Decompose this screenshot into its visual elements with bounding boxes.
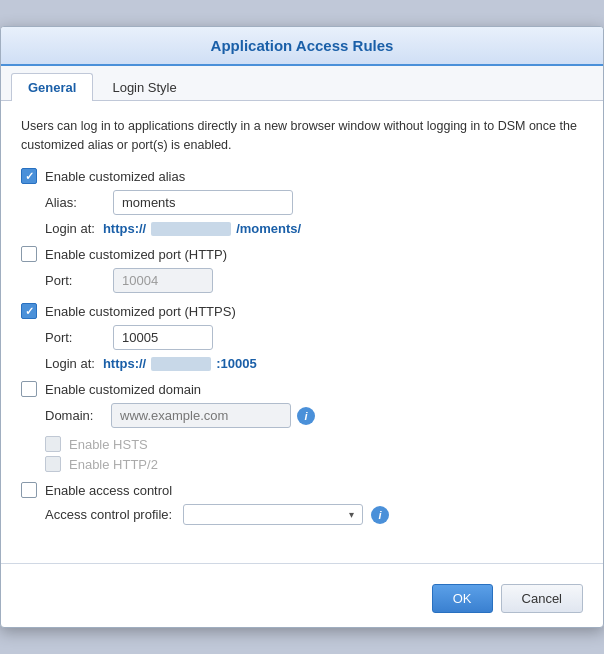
alias-checkbox[interactable]	[21, 168, 37, 184]
https-login-link-suffix[interactable]: :10005	[216, 356, 256, 371]
http-port-section: Enable customized port (HTTP) Port:	[21, 246, 583, 293]
hsts-checkbox	[45, 436, 61, 452]
tab-general[interactable]: General	[11, 73, 93, 101]
domain-info-icon[interactable]: i	[297, 407, 315, 425]
cancel-button[interactable]: Cancel	[501, 584, 583, 613]
alias-login-at-label: Login at:	[45, 221, 95, 236]
description-text: Users can log in to applications directl…	[21, 117, 583, 155]
https-login-at-label: Login at:	[45, 356, 95, 371]
https-port-input[interactable]	[113, 325, 213, 350]
http2-label: Enable HTTP/2	[69, 457, 158, 472]
https-port-checkbox-row: Enable customized port (HTTPS)	[21, 303, 583, 319]
access-control-info-icon[interactable]: i	[371, 506, 389, 524]
https-port-label[interactable]: Enable customized port (HTTPS)	[45, 304, 236, 319]
hsts-checkbox-row: Enable HSTS	[45, 436, 583, 452]
domain-input[interactable]	[111, 403, 291, 428]
https-port-section: Enable customized port (HTTPS) Port: Log…	[21, 303, 583, 371]
footer-divider	[1, 563, 603, 564]
http2-checkbox	[45, 456, 61, 472]
alias-input[interactable]	[113, 190, 293, 215]
alias-checkbox-row: Enable customized alias	[21, 168, 583, 184]
alias-login-link-suffix[interactable]: /moments/	[236, 221, 301, 236]
dropdown-arrow-icon: ▾	[349, 509, 354, 520]
tab-bar: General Login Style	[1, 66, 603, 101]
access-control-checkbox[interactable]	[21, 482, 37, 498]
tab-content-general: Users can log in to applications directl…	[1, 101, 603, 552]
http-port-field-row: Port:	[45, 268, 583, 293]
access-control-section: Enable access control Access control pro…	[21, 482, 583, 525]
https-port-field-label: Port:	[45, 330, 105, 345]
domain-checkbox-label[interactable]: Enable customized domain	[45, 382, 201, 397]
https-port-field-row: Port:	[45, 325, 583, 350]
domain-section: Enable customized domain Domain: i Enabl…	[21, 381, 583, 472]
https-redacted	[151, 357, 211, 371]
http-port-label[interactable]: Enable customized port (HTTP)	[45, 247, 227, 262]
hsts-label: Enable HSTS	[69, 437, 148, 452]
alias-label: Alias:	[45, 195, 105, 210]
domain-field-row: Domain: i	[45, 403, 583, 428]
domain-checkbox[interactable]	[21, 381, 37, 397]
domain-checkbox-row: Enable customized domain	[21, 381, 583, 397]
http-port-field-label: Port:	[45, 273, 105, 288]
dialog-footer: OK Cancel	[1, 574, 603, 627]
http-port-checkbox-row: Enable customized port (HTTP)	[21, 246, 583, 262]
access-control-checkbox-row: Enable access control	[21, 482, 583, 498]
alias-field-row: Alias:	[45, 190, 583, 215]
http2-checkbox-row: Enable HTTP/2	[45, 456, 583, 472]
tab-login-style[interactable]: Login Style	[95, 73, 193, 101]
alias-login-link-prefix[interactable]: https://	[103, 221, 146, 236]
alias-section: Enable customized alias Alias: Login at:…	[21, 168, 583, 236]
http-port-input[interactable]	[113, 268, 213, 293]
profile-label: Access control profile:	[45, 507, 175, 522]
http-port-checkbox[interactable]	[21, 246, 37, 262]
https-login-link-prefix[interactable]: https://	[103, 356, 146, 371]
access-control-label[interactable]: Enable access control	[45, 483, 172, 498]
access-control-profile-dropdown[interactable]: ▾	[183, 504, 363, 525]
alias-checkbox-label[interactable]: Enable customized alias	[45, 169, 185, 184]
dialog-title: Application Access Rules	[1, 27, 603, 66]
alias-login-at-row: Login at: https:///moments/	[45, 221, 583, 236]
ok-button[interactable]: OK	[432, 584, 493, 613]
application-access-rules-dialog: Application Access Rules General Login S…	[0, 26, 604, 629]
https-login-at-row: Login at: https://:10005	[45, 356, 583, 371]
domain-label: Domain:	[45, 408, 105, 423]
alias-redacted	[151, 222, 231, 236]
https-port-checkbox[interactable]	[21, 303, 37, 319]
access-control-profile-row: Access control profile: ▾ i	[45, 504, 583, 525]
